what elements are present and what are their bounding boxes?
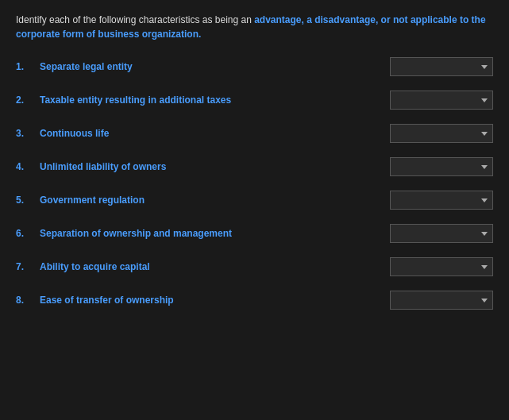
question-item: 3.Continuous lifeAdvantageDisadvantageNo… bbox=[16, 124, 493, 143]
question-label: Continuous life bbox=[40, 128, 374, 139]
question-label: Unlimited liability of owners bbox=[40, 161, 374, 172]
question-label: Separate legal entity bbox=[40, 61, 374, 72]
dropdown-wrapper: AdvantageDisadvantageNot applicable bbox=[390, 91, 493, 110]
question-label: Ease of transfer of ownership bbox=[40, 295, 374, 306]
dropdown-wrapper: AdvantageDisadvantageNot applicable bbox=[390, 191, 493, 210]
question-5-select[interactable]: AdvantageDisadvantageNot applicable bbox=[390, 191, 493, 210]
question-7-select[interactable]: AdvantageDisadvantageNot applicable bbox=[390, 257, 493, 276]
question-number: 2. bbox=[16, 94, 40, 106]
question-number: 8. bbox=[16, 295, 40, 306]
dropdown-wrapper: AdvantageDisadvantageNot applicable bbox=[390, 257, 493, 276]
question-4-select[interactable]: AdvantageDisadvantageNot applicable bbox=[390, 157, 493, 176]
question-item: 8.Ease of transfer of ownershipAdvantage… bbox=[16, 291, 493, 310]
question-item: 2.Taxable entity resulting in additional… bbox=[16, 91, 493, 110]
dropdown-wrapper: AdvantageDisadvantageNot applicable bbox=[390, 57, 493, 76]
question-item: 6.Separation of ownership and management… bbox=[16, 224, 493, 243]
dropdown-wrapper: AdvantageDisadvantageNot applicable bbox=[390, 157, 493, 176]
dropdown-wrapper: AdvantageDisadvantageNot applicable bbox=[390, 224, 493, 243]
question-item: 5.Government regulationAdvantageDisadvan… bbox=[16, 191, 493, 210]
dropdown-wrapper: AdvantageDisadvantageNot applicable bbox=[390, 291, 493, 310]
question-number: 6. bbox=[16, 228, 40, 239]
question-label: Separation of ownership and management bbox=[40, 228, 374, 239]
question-list: 1.Separate legal entityAdvantageDisadvan… bbox=[16, 57, 493, 310]
instructions-text: Identify each of the following character… bbox=[16, 13, 493, 41]
question-item: 4.Unlimited liability of ownersAdvantage… bbox=[16, 157, 493, 176]
question-3-select[interactable]: AdvantageDisadvantageNot applicable bbox=[390, 124, 493, 143]
question-label: Ability to acquire capital bbox=[40, 261, 374, 272]
question-6-select[interactable]: AdvantageDisadvantageNot applicable bbox=[390, 224, 493, 243]
question-8-select[interactable]: AdvantageDisadvantageNot applicable bbox=[390, 291, 493, 310]
question-2-select[interactable]: AdvantageDisadvantageNot applicable bbox=[390, 91, 493, 110]
question-number: 5. bbox=[16, 195, 40, 206]
question-1-select[interactable]: AdvantageDisadvantageNot applicable bbox=[390, 57, 493, 76]
question-number: 7. bbox=[16, 261, 40, 272]
question-number: 3. bbox=[16, 128, 40, 139]
question-label: Government regulation bbox=[40, 195, 374, 206]
question-item: 1.Separate legal entityAdvantageDisadvan… bbox=[16, 57, 493, 76]
question-label: Taxable entity resulting in additional t… bbox=[40, 94, 374, 106]
dropdown-wrapper: AdvantageDisadvantageNot applicable bbox=[390, 124, 493, 143]
question-number: 4. bbox=[16, 161, 40, 172]
question-number: 1. bbox=[16, 61, 40, 72]
question-item: 7.Ability to acquire capitalAdvantageDis… bbox=[16, 257, 493, 276]
